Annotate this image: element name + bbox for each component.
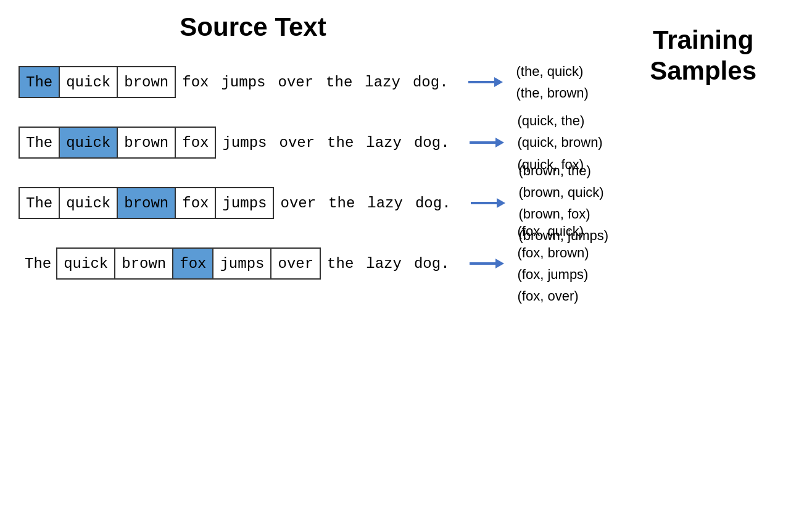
- word-plain-the-3: the: [322, 187, 361, 219]
- row-4: The quick brown fox jumps over the lazy …: [19, 242, 793, 285]
- sample-line: (fox, quick): [518, 220, 589, 242]
- word-plain-over-2: over: [273, 127, 321, 159]
- svg-marker-5: [497, 198, 505, 208]
- word-plain-lazy-1: lazy: [358, 66, 407, 98]
- row-2: The quick brown fox jumps over the lazy …: [19, 121, 793, 164]
- word-box-brown-3: brown: [118, 187, 176, 219]
- sample-line: (the, brown): [516, 82, 589, 104]
- sentence-2: The quick brown fox jumps over the lazy …: [19, 127, 456, 159]
- word-box-quick-3: quick: [60, 187, 118, 219]
- rows-container: The quick brown fox jumps over the lazy …: [19, 60, 793, 285]
- word-box-jumps-3: jumps: [216, 187, 274, 219]
- sample-line: (fox, over): [518, 285, 589, 307]
- arrow-4: [468, 254, 505, 273]
- word-plain-over-3: over: [274, 187, 322, 219]
- word-box-brown-4: brown: [115, 247, 173, 280]
- word-box-quick-1: quick: [60, 66, 118, 98]
- word-box-fox-3: fox: [176, 187, 216, 219]
- word-plain-over-1: over: [271, 66, 320, 98]
- word-plain-lazy-3: lazy: [361, 187, 409, 219]
- word-plain-lazy-2: lazy: [360, 127, 408, 159]
- word-box-quick-4: quick: [56, 247, 115, 280]
- word-box-jumps-4: jumps: [213, 247, 271, 280]
- word-box-brown-1: brown: [118, 66, 176, 98]
- word-plain-dog-4: dog.: [408, 247, 456, 280]
- word-plain-jumps-2: jumps: [216, 127, 273, 159]
- svg-marker-3: [495, 138, 504, 147]
- arrow-3: [470, 194, 507, 212]
- word-plain-dog-1: dog.: [407, 66, 455, 98]
- word-box-fox-2: fox: [176, 127, 216, 159]
- word-box-over-4: over: [271, 247, 321, 280]
- word-plain-the2-4: the: [321, 247, 360, 280]
- word-plain-dog-3: dog.: [409, 187, 457, 219]
- word-plain-jumps-1: jumps: [215, 66, 271, 98]
- word-box-brown-2: brown: [118, 127, 176, 159]
- word-plain-fox-1: fox: [176, 66, 215, 98]
- samples-1: (the, quick) (the, brown): [516, 60, 589, 104]
- arrow-1: [467, 73, 504, 91]
- word-box-fox-4: fox: [173, 247, 213, 280]
- word-plain-the-2: the: [321, 127, 360, 159]
- svg-marker-1: [494, 77, 503, 87]
- source-text-title: Source Text: [19, 12, 450, 42]
- sample-line: (fox, brown): [518, 242, 589, 264]
- sample-line: (the, quick): [516, 60, 589, 82]
- sentence-1: The quick brown fox jumps over the lazy …: [19, 66, 455, 98]
- word-box-quick-2: quick: [60, 127, 118, 159]
- word-plain-the-4: The: [19, 247, 56, 280]
- sample-line: (fox, jumps): [518, 264, 589, 285]
- word-plain-dog-2: dog.: [408, 127, 456, 159]
- sentence-4: The quick brown fox jumps over the lazy …: [19, 247, 456, 280]
- word-box-the-3: The: [19, 187, 60, 219]
- samples-4: (fox, quick) (fox, brown) (fox, jumps) (…: [518, 220, 589, 307]
- sample-line: (brown, the): [519, 160, 608, 181]
- sample-line: (quick, brown): [518, 131, 603, 153]
- arrow-2: [468, 133, 505, 152]
- svg-marker-7: [495, 259, 504, 268]
- training-samples-title: Training Samples: [650, 25, 756, 87]
- row-3: The quick brown fox jumps over the lazy …: [19, 181, 793, 225]
- sentence-3: The quick brown fox jumps over the lazy …: [19, 187, 457, 219]
- word-box-the-1: The: [19, 66, 60, 98]
- sample-line: (quick, the): [518, 110, 603, 131]
- word-plain-the-1: the: [320, 66, 358, 98]
- sample-line: (brown, quick): [519, 181, 608, 203]
- word-plain-lazy-4: lazy: [360, 247, 408, 280]
- word-box-the-2: The: [19, 127, 60, 159]
